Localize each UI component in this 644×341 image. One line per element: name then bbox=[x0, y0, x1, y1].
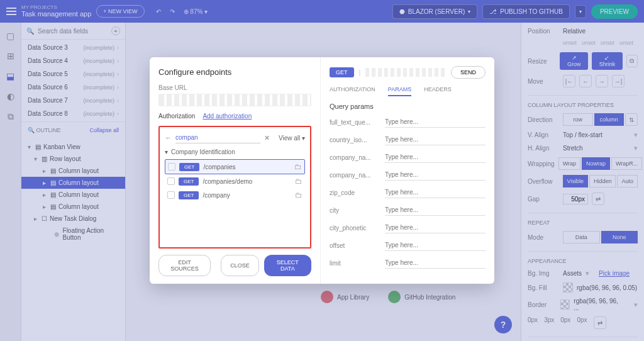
add-authorization-link[interactable]: Add authorization bbox=[203, 113, 252, 120]
param-key: country_iso... bbox=[330, 137, 380, 143]
view-all-dropdown[interactable]: View all ▾ bbox=[279, 135, 305, 142]
modal-right-pane: GET | SEND AUTHORIZATION PARAMS HEADERS … bbox=[321, 57, 494, 284]
modal-title: Configure endpoints bbox=[158, 67, 311, 77]
folder-icon[interactable]: 🗀 bbox=[294, 162, 302, 171]
param-key: company_na... bbox=[330, 154, 380, 161]
base-url-input[interactable] bbox=[158, 94, 311, 106]
endpoint-search-input[interactable] bbox=[175, 132, 260, 143]
query-param-row: company_na... bbox=[330, 152, 486, 163]
clear-search-icon[interactable]: ✕ bbox=[264, 134, 270, 142]
folder-icon[interactable]: 🗀 bbox=[295, 177, 303, 186]
endpoint-row[interactable]: GET/companies🗀 bbox=[165, 159, 305, 174]
select-data-button[interactable]: SELECT DATA bbox=[264, 255, 311, 276]
tab-params[interactable]: PARAMS bbox=[388, 86, 411, 96]
endpoint-checkbox[interactable] bbox=[167, 177, 175, 185]
back-icon[interactable]: ← bbox=[165, 134, 172, 142]
param-key: limit bbox=[330, 260, 380, 267]
param-key: city bbox=[330, 207, 380, 214]
modal-left-pane: Configure endpoints Base URL Authorizati… bbox=[150, 57, 321, 284]
param-value-input[interactable] bbox=[385, 134, 486, 145]
edit-sources-button[interactable]: EDIT SOURCES bbox=[158, 255, 211, 276]
folder-icon[interactable]: 🗀 bbox=[295, 191, 303, 199]
endpoint-row[interactable]: GET/companies/demo🗀 bbox=[165, 174, 305, 188]
param-value-input[interactable] bbox=[385, 152, 486, 163]
param-value-input[interactable] bbox=[385, 169, 486, 181]
param-value-input[interactable] bbox=[385, 222, 486, 233]
query-param-row: zip_code bbox=[330, 187, 486, 198]
chevron-down-icon: ▾ bbox=[165, 148, 168, 155]
param-value-input[interactable] bbox=[385, 204, 486, 216]
tab-headers[interactable]: HEADERS bbox=[424, 86, 452, 96]
endpoint-url-input[interactable] bbox=[365, 68, 446, 77]
tab-authorization[interactable]: AUTHORIZATION bbox=[330, 86, 375, 96]
query-param-row: city_phonetic bbox=[330, 222, 486, 233]
param-value-input[interactable] bbox=[385, 257, 486, 269]
endpoint-checkbox[interactable] bbox=[168, 163, 175, 170]
param-key: full_text_que... bbox=[330, 119, 380, 126]
query-param-row: limit bbox=[330, 257, 486, 269]
base-url-label: Base URL bbox=[158, 84, 311, 91]
method-pill[interactable]: GET bbox=[330, 67, 354, 77]
query-params-list: full_text_que...country_iso...company_na… bbox=[330, 116, 486, 275]
authorization-label: Authorization bbox=[158, 113, 195, 120]
param-key: city_phonetic bbox=[330, 225, 380, 232]
send-button[interactable]: SEND bbox=[451, 66, 486, 79]
endpoints-highlight-box: ← ✕ View all ▾ ▾ Company Identification … bbox=[158, 126, 311, 249]
param-value-input[interactable] bbox=[385, 116, 486, 128]
close-button[interactable]: CLOSE bbox=[221, 255, 259, 276]
endpoint-row[interactable]: GET/company🗀 bbox=[165, 188, 305, 202]
query-param-row: company_na... bbox=[330, 169, 486, 181]
endpoint-checkbox[interactable] bbox=[167, 191, 175, 199]
param-value-input[interactable] bbox=[385, 240, 486, 251]
query-param-row: country_iso... bbox=[330, 134, 486, 145]
query-param-row: full_text_que... bbox=[330, 116, 486, 128]
endpoint-group[interactable]: ▾ Company Identification bbox=[165, 148, 305, 155]
query-param-row: offset bbox=[330, 240, 486, 251]
param-key: company_na... bbox=[330, 172, 380, 179]
query-params-title: Query params bbox=[330, 103, 486, 110]
param-value-input[interactable] bbox=[385, 187, 486, 198]
param-key: zip_code bbox=[330, 189, 380, 196]
query-param-row: city bbox=[330, 204, 486, 216]
configure-endpoints-modal: Configure endpoints Base URL Authorizati… bbox=[150, 57, 494, 284]
modal-overlay: Configure endpoints Base URL Authorizati… bbox=[0, 0, 644, 341]
param-key: offset bbox=[330, 242, 380, 249]
